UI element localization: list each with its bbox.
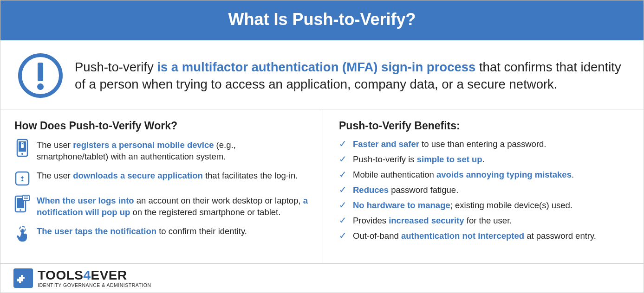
benefit-text: Mobile authentication avoids annoying ty… [353, 169, 574, 180]
benefit-3: ✓Mobile authentication avoids annoying t… [339, 169, 630, 180]
svg-rect-0 [38, 63, 43, 81]
check-icon: ✓ [339, 169, 347, 178]
brand-logo-icon [13, 268, 33, 288]
footer: TOOLS4EVER IDENTITY GOVERNANCE & ADMINIS… [0, 264, 644, 293]
benefit-text: Push-to-verify is simple to set up. [353, 154, 485, 165]
app-download-icon [14, 169, 30, 188]
benefit-1: ✓Faster and safer to use than entering a… [339, 139, 630, 150]
check-icon: ✓ [339, 230, 347, 240]
infographic-container: What Is Push-to-Verify? Push-to-verify i… [0, 0, 644, 293]
benefit-text: Provides increased security for the user… [353, 215, 512, 226]
check-icon: ✓ [339, 185, 347, 194]
benefit-text: Out-of-band authentication not intercept… [353, 230, 596, 242]
svg-point-9 [20, 209, 21, 211]
check-icon: ✓ [339, 215, 347, 224]
svg-rect-5 [21, 144, 24, 148]
benefits-column: Push-to-Verify Benefits: ✓Faster and saf… [323, 109, 644, 263]
steps-list: The user registers a personal mobile dev… [14, 139, 309, 243]
step-2: The user downloads a secure application … [14, 169, 309, 188]
step-text: The user taps the notification to confir… [37, 225, 247, 237]
brand-tagline: IDENTITY GOVERNANCE & ADMINISTRATION [38, 283, 151, 288]
svg-rect-11 [24, 197, 28, 197]
notification-popup-icon [14, 194, 30, 213]
intro-text: Push-to-verify is a multifactor authenti… [75, 58, 625, 93]
page-title: What Is Push-to-Verify? [228, 10, 416, 29]
benefit-text: Faster and safer to use than entering a … [353, 139, 546, 150]
how-heading: How Does Push-to-Verify Work? [14, 120, 309, 132]
benefit-6: ✓Provides increased security for the use… [339, 215, 630, 226]
benefit-5: ✓No hardware to manage; existing mobile … [339, 200, 630, 211]
svg-point-4 [21, 153, 23, 155]
step-4: The user taps the notification to confir… [14, 225, 309, 243]
step-text: When the user logs into an account on th… [37, 194, 309, 218]
exclamation-icon [18, 53, 63, 98]
columns: How Does Push-to-Verify Work? The user r… [0, 109, 644, 264]
benefits-list: ✓Faster and safer to use than entering a… [339, 139, 630, 242]
device-register-icon [14, 139, 30, 157]
check-icon: ✓ [339, 154, 347, 163]
intro-section: Push-to-verify is a multifactor authenti… [0, 40, 644, 109]
svg-point-1 [37, 83, 44, 90]
step-3: When the user logs into an account on th… [14, 194, 309, 218]
how-it-works-column: How Does Push-to-Verify Work? The user r… [0, 109, 323, 263]
benefit-7: ✓Out-of-band authentication not intercep… [339, 230, 630, 242]
check-icon: ✓ [339, 139, 347, 148]
tap-confirm-icon [14, 225, 30, 243]
brand-name: TOOLS4EVER [38, 269, 151, 282]
step-1: The user registers a personal mobile dev… [14, 139, 309, 163]
check-icon: ✓ [339, 200, 347, 209]
brand-four: 4 [83, 268, 91, 282]
intro-highlight: is a multifactor authentication (MFA) si… [157, 60, 475, 74]
step-text: The user registers a personal mobile dev… [37, 139, 309, 163]
benefit-4: ✓Reduces password fatigue. [339, 185, 630, 196]
brand-text: TOOLS4EVER IDENTITY GOVERNANCE & ADMINIS… [38, 269, 151, 288]
intro-pre: Push-to-verify [75, 60, 157, 74]
svg-rect-12 [24, 198, 28, 199]
step-text: The user downloads a secure application … [37, 169, 298, 182]
header-banner: What Is Push-to-Verify? [0, 0, 644, 40]
brand-pre: TOOLS [38, 268, 83, 282]
benefit-text: Reduces password fatigue. [353, 185, 458, 196]
benefit-2: ✓Push-to-verify is simple to set up. [339, 154, 630, 165]
benefits-heading: Push-to-Verify Benefits: [339, 120, 630, 132]
benefit-text: No hardware to manage; existing mobile d… [353, 200, 572, 211]
brand-post: EVER [91, 268, 127, 282]
